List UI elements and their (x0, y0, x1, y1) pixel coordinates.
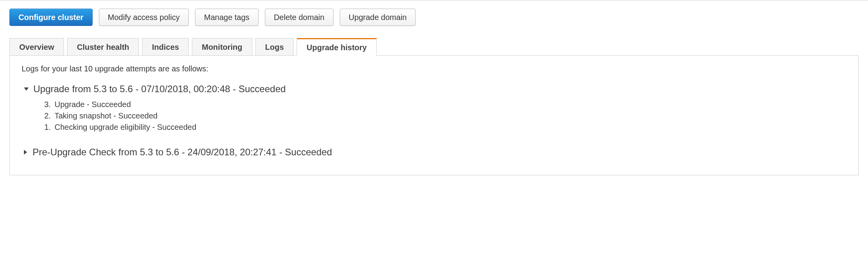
delete-domain-button[interactable]: Delete domain (265, 9, 334, 26)
tab-upgrade-history[interactable]: Upgrade history (297, 38, 376, 56)
tab-logs[interactable]: Logs (255, 38, 294, 56)
upgrade-entry-row[interactable]: Upgrade from 5.3 to 5.6 - 07/10/2018, 00… (24, 84, 846, 95)
modify-access-policy-button[interactable]: Modify access policy (99, 9, 189, 26)
tabs-container: Overview Cluster health Indices Monitori… (9, 38, 859, 175)
configure-cluster-button[interactable]: Configure cluster (9, 9, 93, 26)
upgrade-domain-button[interactable]: Upgrade domain (340, 9, 416, 26)
tab-bar: Overview Cluster health Indices Monitori… (9, 38, 859, 56)
tab-indices[interactable]: Indices (142, 38, 189, 56)
preupgrade-entry-row[interactable]: Pre-Upgrade Check from 5.3 to 5.6 - 24/0… (24, 147, 846, 158)
tab-cluster-health[interactable]: Cluster health (67, 38, 139, 56)
preupgrade-entry-title: Pre-Upgrade Check from 5.3 to 5.6 - 24/0… (33, 147, 332, 158)
action-toolbar: Configure cluster Modify access policy M… (9, 9, 859, 26)
manage-tags-button[interactable]: Manage tags (195, 9, 259, 26)
upgrade-step-item: Upgrade - Succeeded (53, 100, 846, 109)
upgrade-steps-list: Checking upgrade eligibility - Succeeded… (53, 100, 846, 134)
upgrade-entry-title: Upgrade from 5.3 to 5.6 - 07/10/2018, 00… (33, 84, 286, 95)
upgrade-step-item: Checking upgrade eligibility - Succeeded (53, 123, 846, 132)
intro-text: Logs for your last 10 upgrade attempts a… (22, 64, 846, 73)
caret-right-icon (24, 150, 27, 155)
upgrade-step-item: Taking snapshot - Succeeded (53, 111, 846, 120)
tab-panel-upgrade-history: Logs for your last 10 upgrade attempts a… (9, 55, 859, 175)
caret-down-icon (24, 87, 29, 91)
tab-monitoring[interactable]: Monitoring (192, 38, 252, 56)
tab-overview[interactable]: Overview (9, 38, 64, 56)
